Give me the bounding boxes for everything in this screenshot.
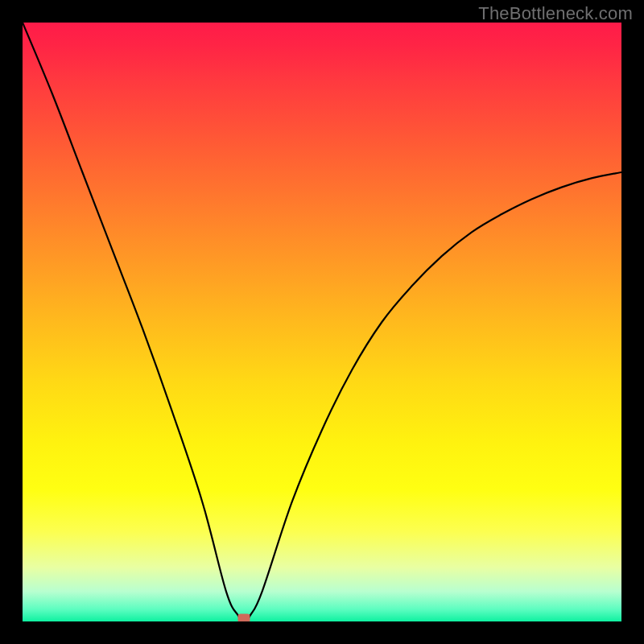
chart-frame: TheBottleneck.com [0, 0, 644, 644]
plot-area [23, 23, 621, 621]
bottleneck-curve [23, 23, 621, 621]
optimal-point-marker [238, 614, 250, 622]
watermark-text: TheBottleneck.com [478, 3, 633, 24]
